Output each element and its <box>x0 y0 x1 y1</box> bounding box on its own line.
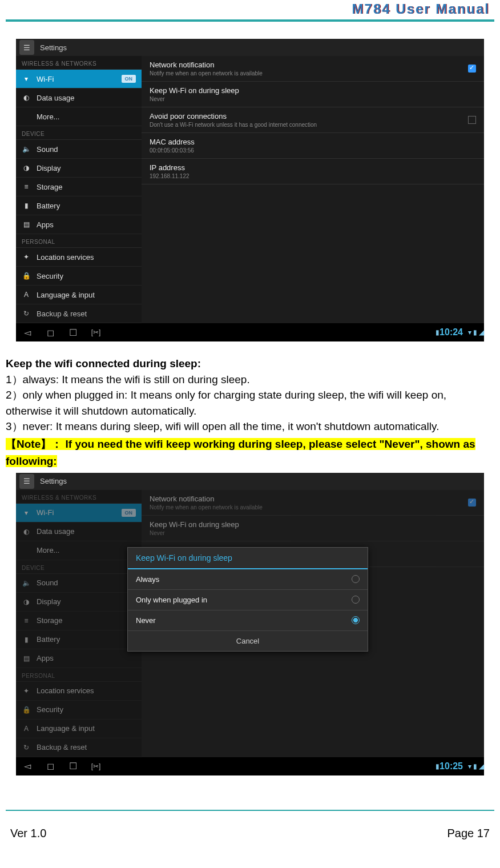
storage-icon: ≡ <box>22 182 31 191</box>
lock-icon: 🔒 <box>22 705 31 714</box>
header-rule <box>6 19 494 22</box>
radio-off-icon[interactable] <box>352 596 360 604</box>
language-icon: A <box>22 724 31 733</box>
sidebar-item-label: Display <box>37 597 61 606</box>
dialog-option-plugged[interactable]: Only when plugged in <box>128 590 368 610</box>
wifi-toggle-on[interactable]: ON <box>122 509 136 517</box>
blank-icon <box>22 112 31 121</box>
display-icon: ◑ <box>22 597 31 606</box>
sidebar-item-wifi[interactable]: ▾ Wi-Fi ON <box>16 504 142 523</box>
checkbox-on-icon[interactable] <box>468 499 476 507</box>
row-ip-address: IP address 192.168.11.122 <box>142 159 484 184</box>
checkbox-on-icon[interactable] <box>468 65 476 73</box>
sidebar-item-more[interactable]: More... <box>16 107 142 126</box>
sidebar-item-backup[interactable]: ↻Backup & reset <box>16 738 142 757</box>
row-network-notification[interactable]: Network notification Notify me when an o… <box>142 56 484 82</box>
row-sub: Never <box>150 96 239 102</box>
screenshot-icon[interactable]: [✂] <box>84 328 107 336</box>
paragraph-2: 2）only when plugged in: It means only fo… <box>6 387 494 419</box>
row-sub: Don't use a Wi-Fi network unless it has … <box>150 122 317 128</box>
sidebar-item-label: More... <box>37 112 59 121</box>
sidebar-item-more[interactable]: More... <box>16 541 142 560</box>
radio-off-icon[interactable] <box>352 575 360 583</box>
sidebar-item-label: More... <box>37 546 59 554</box>
back-icon[interactable]: ◅ <box>16 761 39 771</box>
sidebar-item-battery[interactable]: ▮ Battery <box>16 196 142 215</box>
sidebar-item-language[interactable]: A Language & input <box>16 286 142 304</box>
row-keep-wifi-sleep[interactable]: Keep Wi-Fi on during sleepNever <box>142 516 484 541</box>
option-label: Always <box>136 575 159 584</box>
status-tray-icons: ▾▮◢ <box>466 762 484 770</box>
sidebar-item-label: Wi-Fi <box>37 508 54 517</box>
sidebar-item-location[interactable]: ✦Location services <box>16 682 142 701</box>
sidebar-item-label: Backup & reset <box>37 743 87 752</box>
figure-1-android-settings: ☰ Settings WIRELESS & NETWORKS ▾ Wi-Fi O… <box>16 39 484 341</box>
titlebar: ☰ Settings <box>16 39 484 56</box>
radio-on-icon[interactable] <box>352 616 360 624</box>
category-personal: PERSONAL <box>16 234 142 248</box>
sidebar-item-battery[interactable]: ▮Battery <box>16 630 142 649</box>
sidebar-item-label: Display <box>37 164 61 172</box>
sidebar-item-data-usage[interactable]: ◐ Data usage <box>16 89 142 107</box>
sidebar-item-security[interactable]: 🔒Security <box>16 701 142 720</box>
sidebar-item-location[interactable]: ✦ Location services <box>16 248 142 267</box>
sidebar-item-label: Battery <box>37 202 60 210</box>
home-icon[interactable]: ◻ <box>39 761 62 771</box>
apps-icon: ▤ <box>22 654 31 663</box>
sidebar-item-language[interactable]: ALanguage & input <box>16 720 142 738</box>
sidebar-item-wifi[interactable]: ▾ Wi-Fi ON <box>16 70 142 89</box>
sidebar-item-label: Data usage <box>37 527 75 536</box>
titlebar-label: Settings <box>40 43 67 52</box>
home-icon[interactable]: ◻ <box>39 327 62 338</box>
status-time: 10:25 <box>439 761 466 771</box>
android-navbar: ◅ ◻ ☐ [✂] ▮ 10:24 ▾▮◢ <box>16 323 484 341</box>
category-device: DEVICE <box>16 126 142 140</box>
sidebar-item-label: Apps <box>37 654 54 662</box>
lock-icon: 🔒 <box>22 271 31 280</box>
version-label: Ver 1.0 <box>10 827 46 840</box>
sidebar-item-label: Security <box>37 705 63 714</box>
wifi-icon: ▾ <box>22 74 31 83</box>
sidebar-item-sound[interactable]: 🔈Sound <box>16 574 142 593</box>
paragraph-3: 3）never: It means during sleep, wifi wil… <box>6 419 494 435</box>
sidebar-item-security[interactable]: 🔒 Security <box>16 267 142 286</box>
recent-icon[interactable]: ☐ <box>62 761 84 771</box>
sound-icon: 🔈 <box>22 578 31 588</box>
row-mac-address: MAC address 00:0f:05:00:03:56 <box>142 133 484 159</box>
wifi-toggle-on[interactable]: ON <box>122 75 136 83</box>
dialog-option-always[interactable]: Always <box>128 569 368 590</box>
settings-app-icon: ☰ <box>19 40 34 55</box>
dialog-option-never[interactable]: Never <box>128 610 368 631</box>
row-label: MAC address <box>150 138 195 146</box>
sidebar-item-label: Location services <box>37 686 94 695</box>
data-usage-icon: ◐ <box>22 93 31 102</box>
sidebar-item-label: Security <box>37 272 63 280</box>
sidebar-item-apps[interactable]: ▤Apps <box>16 649 142 668</box>
figure-2-android-dialog: ☰ Settings WIRELESS & NETWORKS ▾ Wi-Fi O… <box>16 473 484 775</box>
checkbox-off-icon[interactable] <box>468 116 476 124</box>
sidebar-item-storage[interactable]: ≡Storage <box>16 612 142 630</box>
row-label: Avoid poor connections <box>150 112 317 120</box>
recent-icon[interactable]: ☐ <box>62 327 84 338</box>
row-avoid-poor[interactable]: Avoid poor connections Don't use a Wi-Fi… <box>142 107 484 133</box>
row-sub: Never <box>150 530 239 536</box>
row-network-notification[interactable]: Network notificationNotify me when an op… <box>142 490 484 516</box>
sidebar-item-data-usage[interactable]: ◐Data usage <box>16 523 142 541</box>
note-highlight: 【Note】： If you need the wifi keep workin… <box>6 438 475 467</box>
sidebar-item-display[interactable]: ◑ Display <box>16 159 142 178</box>
sidebar-item-display[interactable]: ◑Display <box>16 593 142 612</box>
display-icon: ◑ <box>22 163 31 172</box>
sidebar-item-storage[interactable]: ≡ Storage <box>16 178 142 196</box>
back-icon[interactable]: ◅ <box>16 327 39 338</box>
page-number: Page 17 <box>447 827 490 840</box>
sidebar-item-backup[interactable]: ↻ Backup & reset <box>16 304 142 323</box>
row-keep-wifi-sleep[interactable]: Keep Wi-Fi on during sleep Never <box>142 82 484 107</box>
screenshot-icon[interactable]: [✂] <box>84 762 107 770</box>
sidebar-item-label: Sound <box>37 145 58 154</box>
keep-wifi-dialog: Keep Wi-Fi on during sleep Always Only w… <box>127 547 368 652</box>
row-label: Keep Wi-Fi on during sleep <box>150 520 239 529</box>
sidebar-item-sound[interactable]: 🔈 Sound <box>16 140 142 159</box>
sidebar-item-apps[interactable]: ▤ Apps <box>16 215 142 234</box>
sidebar-item-label: Battery <box>37 635 60 644</box>
dialog-cancel-button[interactable]: Cancel <box>128 631 368 651</box>
